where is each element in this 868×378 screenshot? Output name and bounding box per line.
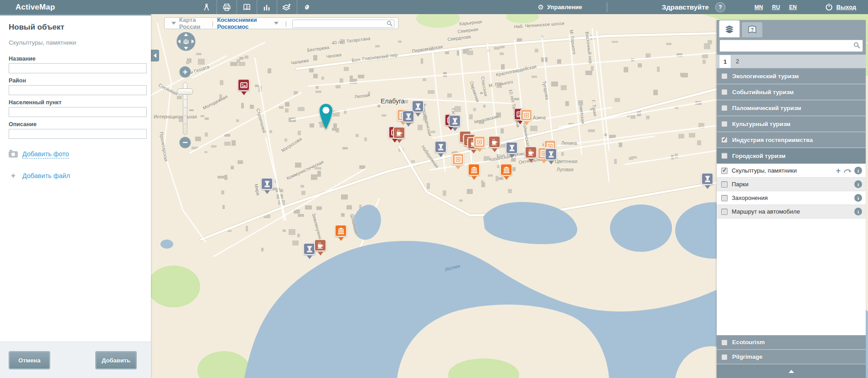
- layer-group-row[interactable]: Экологический туризм: [717, 68, 866, 84]
- settlement-label: Населенный пункт: [9, 99, 62, 106]
- coffee-marker[interactable]: [525, 146, 538, 164]
- layer-row[interactable]: Маршрут на автомобилеi: [717, 205, 866, 219]
- layers-search-input[interactable]: [719, 40, 863, 52]
- info-icon[interactable]: i: [854, 208, 862, 215]
- tab-layers[interactable]: [719, 20, 740, 37]
- layer-group-label: Городской туризм: [732, 153, 785, 159]
- layers-pagination: 1 2: [717, 55, 866, 68]
- layer-group-row[interactable]: Паломнический туризм: [717, 100, 866, 116]
- layer-row[interactable]: Паркиi: [717, 178, 866, 191]
- layer-label: Парки: [732, 181, 850, 188]
- district-field[interactable]: [9, 85, 147, 95]
- search-icon: [387, 20, 393, 26]
- checkbox[interactable]: [721, 73, 728, 79]
- chevron-down-icon[interactable]: [171, 22, 176, 25]
- monument-marker[interactable]: [701, 173, 715, 191]
- pan-control[interactable]: [176, 31, 196, 51]
- frame-marker[interactable]: [520, 109, 534, 127]
- description-field[interactable]: [9, 129, 147, 139]
- museum-marker[interactable]: [500, 163, 514, 182]
- district-label: Район: [9, 77, 26, 84]
- checkbox[interactable]: [721, 354, 728, 360]
- collapse-panel-button[interactable]: [717, 364, 866, 378]
- coffee-marker[interactable]: [314, 239, 328, 257]
- basemap-option-satellite[interactable]: Космоснимки Роскосмос: [217, 16, 270, 30]
- layer-group-row[interactable]: Индустрия гостеприимства: [717, 132, 866, 148]
- info-icon[interactable]: i: [854, 180, 862, 188]
- frame-marker[interactable]: [452, 153, 465, 171]
- page-tab-2[interactable]: 2: [731, 55, 744, 68]
- layer-group-row[interactable]: Событийный туризм: [717, 84, 866, 100]
- layer-group-row[interactable]: Ecotourism: [717, 335, 866, 350]
- art-marker[interactable]: [238, 79, 251, 97]
- tab-legend-help[interactable]: ?: [742, 22, 763, 37]
- frame-marker[interactable]: [473, 136, 487, 154]
- name-field[interactable]: [9, 63, 147, 73]
- checkbox[interactable]: [721, 181, 728, 188]
- app-logo: ActiveMap: [16, 3, 55, 12]
- stats-icon[interactable]: [257, 0, 277, 14]
- add-object-icon[interactable]: +: [836, 167, 841, 175]
- add-photo-button[interactable]: Добавить фото: [9, 150, 69, 158]
- checkbox[interactable]: [721, 137, 728, 143]
- name-label: Название: [9, 56, 36, 62]
- zoom-in-button[interactable]: +: [179, 66, 191, 78]
- monument-marker[interactable]: [402, 110, 416, 128]
- lang-ru[interactable]: RU: [772, 4, 780, 10]
- coffee-marker[interactable]: [393, 127, 407, 145]
- zoom-slider-handle[interactable]: [177, 88, 193, 95]
- logout-button[interactable]: Выход: [825, 3, 856, 11]
- checkbox[interactable]: [721, 153, 728, 159]
- draw-route-icon[interactable]: [843, 168, 852, 174]
- map-search: [292, 19, 394, 28]
- layer-group-row[interactable]: Городской туризм: [717, 148, 866, 164]
- print-icon[interactable]: [217, 0, 237, 14]
- coffee-marker[interactable]: [488, 136, 502, 154]
- museum-marker[interactable]: [335, 225, 348, 243]
- monument-marker[interactable]: [434, 141, 448, 159]
- layer-group-row[interactable]: Pilgrimage: [717, 350, 866, 364]
- checkbox[interactable]: [721, 339, 728, 346]
- checkbox[interactable]: [721, 121, 728, 127]
- guide-icon[interactable]: i: [237, 0, 257, 14]
- add-file-button[interactable]: + Добавить файл: [9, 171, 70, 180]
- checkbox[interactable]: [721, 168, 728, 174]
- new-object-pin[interactable]: [319, 103, 333, 130]
- checkbox[interactable]: [721, 209, 728, 215]
- basemap-option-russia[interactable]: Карта России: [179, 16, 208, 30]
- layers-panel-tabs: ?: [717, 20, 866, 37]
- monument-marker[interactable]: [449, 115, 462, 133]
- layer-group-label: Паломнический туризм: [732, 105, 801, 112]
- management-menu[interactable]: ⚙ Управление: [538, 4, 582, 10]
- layer-row[interactable]: Захороненияi: [717, 191, 866, 205]
- cancel-button[interactable]: Отмена: [9, 352, 50, 369]
- add-layer-icon[interactable]: [277, 0, 297, 14]
- monument-marker[interactable]: [261, 178, 274, 196]
- checkbox[interactable]: [721, 89, 728, 95]
- zoom-out-button[interactable]: −: [179, 137, 191, 148]
- lang-en[interactable]: EN: [789, 4, 797, 10]
- info-icon[interactable]: i: [854, 167, 862, 174]
- checkbox[interactable]: [721, 105, 728, 111]
- layer-groups-bottom: EcotourismPilgrimage: [717, 335, 866, 364]
- lang-mn[interactable]: MN: [754, 4, 763, 10]
- layer-group-row[interactable]: Культурный туризм: [717, 116, 866, 132]
- chevron-down-icon[interactable]: [274, 22, 279, 25]
- search-icon: [853, 42, 860, 49]
- link-icon[interactable]: [297, 0, 317, 14]
- map-toolbar: i: [196, 0, 317, 14]
- monument-marker[interactable]: [545, 148, 558, 166]
- management-label: Управление: [547, 4, 582, 10]
- settlement-field[interactable]: [9, 107, 147, 117]
- measure-icon[interactable]: [196, 0, 217, 14]
- help-button[interactable]: ?: [715, 2, 725, 12]
- layer-row[interactable]: Скульптуры, памятники+i: [717, 164, 866, 178]
- page-tab-1[interactable]: 1: [719, 55, 731, 68]
- checkbox[interactable]: [721, 195, 728, 201]
- monument-marker[interactable]: [506, 142, 519, 160]
- submit-button[interactable]: Добавить: [96, 352, 136, 369]
- museum-marker[interactable]: [468, 163, 481, 182]
- collapse-left-panel-button[interactable]: [151, 50, 159, 61]
- info-icon[interactable]: i: [854, 194, 862, 202]
- map-search-input[interactable]: [292, 20, 394, 28]
